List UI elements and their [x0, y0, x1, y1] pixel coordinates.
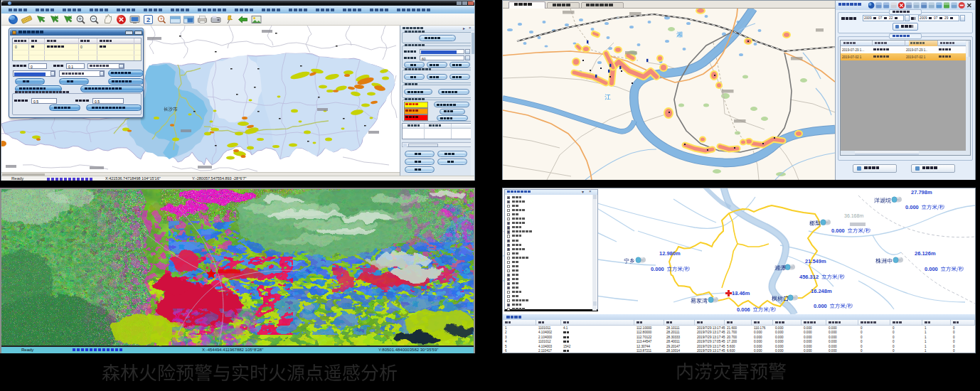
svg-text:26.126m: 26.126m	[915, 250, 936, 257]
svg-text:?: ?	[160, 17, 163, 21]
svg-text:0.006: 0.006	[737, 306, 750, 313]
svg-text:13.46m: 13.46m	[732, 290, 750, 296]
svg-text:0.000: 0.000	[831, 227, 845, 234]
svg-text:21.549m: 21.549m	[805, 258, 826, 264]
svg-text:0.000: 0.000	[925, 266, 938, 272]
svg-text:36.168m: 36.168m	[844, 213, 863, 218]
svg-text:2: 2	[147, 16, 150, 23]
svg-text:0.000: 0.000	[905, 204, 919, 210]
svg-text:12.980m: 12.980m	[659, 250, 681, 257]
svg-text:16.248m: 16.248m	[811, 288, 832, 294]
svg-text:27.798m: 27.798m	[911, 189, 932, 196]
svg-text:456.312: 456.312	[799, 274, 819, 280]
svg-text:0.000: 0.000	[651, 266, 664, 272]
svg-text:0.000: 0.000	[814, 303, 827, 309]
